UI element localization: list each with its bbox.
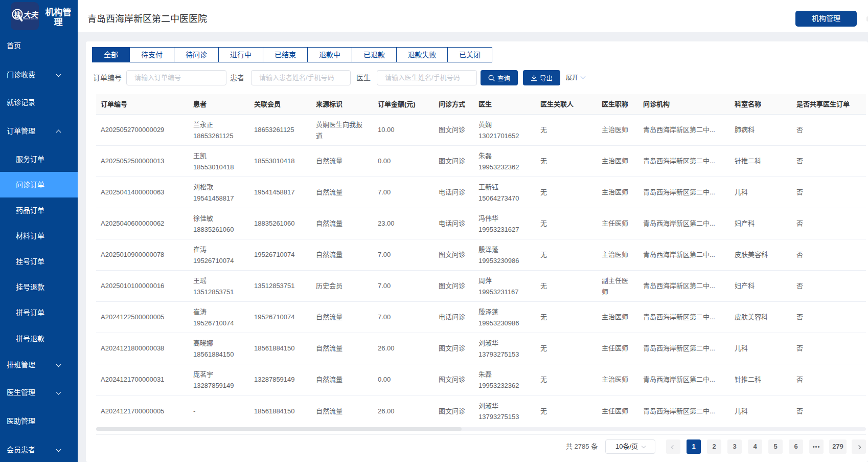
svg-text:SEARCH DOCTOR: SEARCH DOCTOR [23, 18, 38, 20]
